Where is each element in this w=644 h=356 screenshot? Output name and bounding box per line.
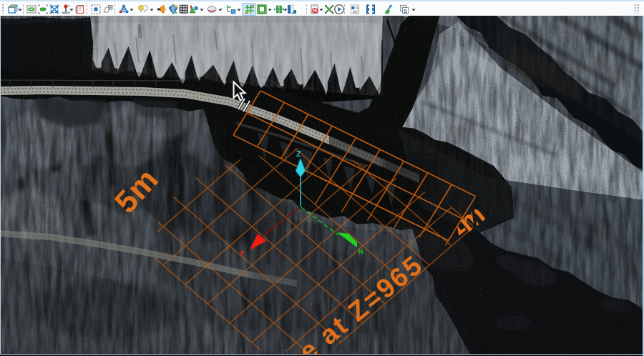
svg-text:N: N bbox=[358, 248, 364, 255]
svg-text:S: S bbox=[404, 8, 408, 14]
svg-text:PD: PD bbox=[313, 9, 318, 13]
svg-text:z: z bbox=[68, 4, 70, 8]
svg-text:Z: Z bbox=[296, 149, 301, 158]
svg-text:E: E bbox=[240, 249, 245, 257]
